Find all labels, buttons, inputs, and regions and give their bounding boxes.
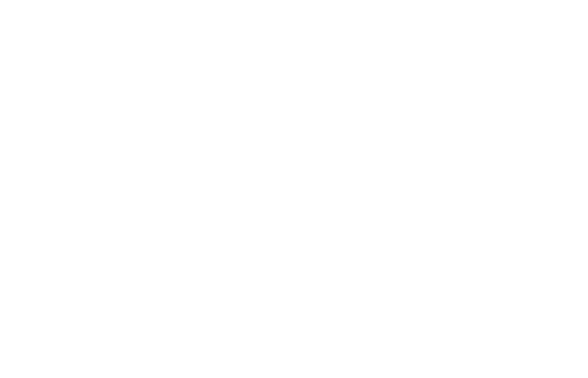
scatter-plot: [71, 9, 394, 229]
chart-output: [71, 9, 582, 229]
